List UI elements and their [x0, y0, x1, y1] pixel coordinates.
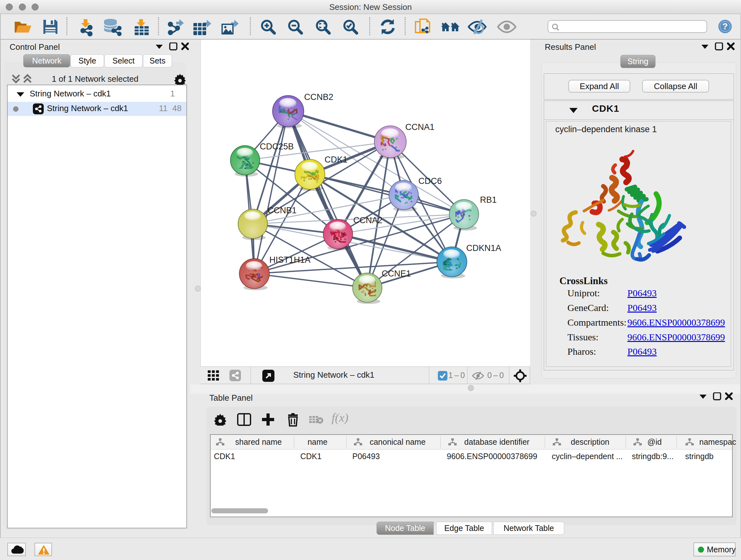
svg-text:HIST1H1A: HIST1H1A — [269, 255, 311, 265]
svg-text:CCNA1: CCNA1 — [405, 122, 434, 132]
svg-text:CCNB1: CCNB1 — [267, 206, 297, 215]
svg-text:CCNB2: CCNB2 — [304, 92, 333, 102]
svg-text:CDK1: CDK1 — [325, 155, 347, 165]
svg-text:CDC25B: CDC25B — [260, 142, 294, 151]
svg-text:CDC6: CDC6 — [418, 176, 442, 186]
svg-text:CDKN1A: CDKN1A — [466, 243, 501, 253]
svg-text:RB1: RB1 — [480, 195, 497, 205]
svg-text:CCNA2: CCNA2 — [353, 215, 383, 225]
svg-text:CCNE1: CCNE1 — [382, 269, 411, 278]
svg-text:?: ? — [723, 22, 728, 31]
